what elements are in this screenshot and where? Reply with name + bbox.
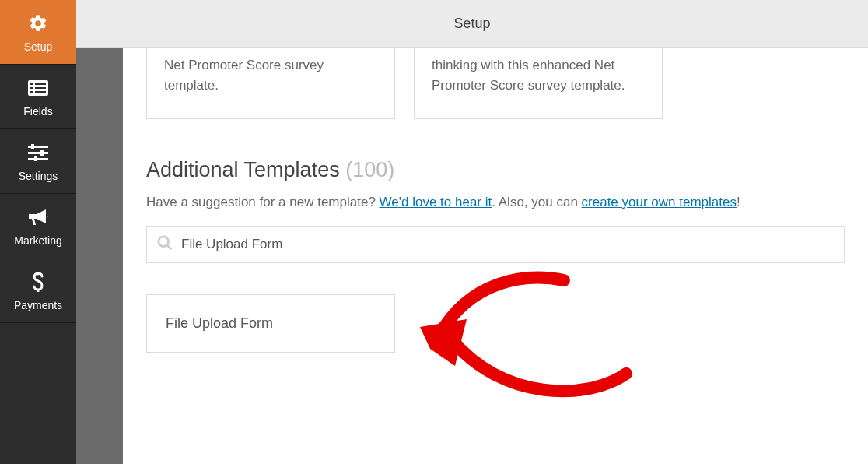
svg-rect-8 <box>28 152 48 154</box>
template-search-input[interactable] <box>181 237 835 252</box>
sidebar-item-settings[interactable]: Settings <box>0 129 76 194</box>
subtitle-mid: . Also, you can <box>492 195 581 209</box>
sidebar-item-label: Fields <box>23 105 52 118</box>
sidebar-item-label: Payments <box>14 299 62 311</box>
dollar-icon <box>27 271 49 293</box>
template-card-row: Net Promoter Score survey template. thin… <box>146 48 845 119</box>
svg-rect-1 <box>30 83 33 85</box>
suggestion-link[interactable]: We'd love to hear it <box>380 195 492 209</box>
search-icon <box>156 234 173 255</box>
svg-line-14 <box>167 244 172 249</box>
create-own-link[interactable]: create your own templates <box>582 195 737 209</box>
sidebar-item-label: Setup <box>24 40 53 53</box>
main-panel: Net Promoter Score survey template. thin… <box>123 48 868 464</box>
svg-rect-10 <box>31 144 34 149</box>
svg-rect-4 <box>35 87 46 89</box>
svg-rect-3 <box>30 87 33 89</box>
template-result-file-upload[interactable]: File Upload Form <box>146 294 395 353</box>
template-card-text: Net Promoter Score survey template. <box>164 58 324 93</box>
sliders-icon <box>27 142 49 163</box>
svg-rect-11 <box>40 150 44 156</box>
page-header: Setup <box>76 0 868 48</box>
subtitle-suffix: ! <box>737 195 740 209</box>
sidebar: Setup Fields Settings Marketing Payments <box>0 0 76 464</box>
page-title: Setup <box>453 16 490 32</box>
template-card-nps[interactable]: Net Promoter Score survey template. <box>146 48 395 119</box>
svg-rect-6 <box>35 91 46 93</box>
sidebar-item-setup[interactable]: Setup <box>0 0 76 65</box>
bullhorn-icon <box>27 206 49 228</box>
svg-rect-9 <box>28 158 48 160</box>
svg-point-13 <box>159 236 169 246</box>
template-card-nps-enhanced[interactable]: thinking with this enhanced Net Promoter… <box>414 48 663 119</box>
sidebar-item-payments[interactable]: Payments <box>0 258 76 323</box>
sidebar-item-label: Marketing <box>14 234 61 247</box>
subtitle-prefix: Have a suggestion for a new template? <box>146 195 380 209</box>
svg-rect-7 <box>28 146 48 148</box>
additional-templates-count: (100) <box>345 158 394 181</box>
sidebar-item-marketing[interactable]: Marketing <box>0 194 76 258</box>
additional-templates-heading: Additional Templates (100) <box>146 158 845 182</box>
sidebar-item-fields[interactable]: Fields <box>0 65 76 129</box>
template-search-wrap[interactable] <box>146 226 845 263</box>
list-icon <box>27 77 49 99</box>
sidebar-item-label: Settings <box>19 170 58 182</box>
svg-rect-5 <box>30 91 33 93</box>
additional-templates-subtitle: Have a suggestion for a new template? We… <box>146 195 845 210</box>
template-card-text: thinking with this enhanced Net Promoter… <box>432 58 625 93</box>
additional-templates-title: Additional Templates <box>146 158 340 181</box>
svg-rect-2 <box>35 83 46 85</box>
gear-icon <box>27 12 49 34</box>
svg-rect-12 <box>34 156 37 161</box>
template-result-title: File Upload Form <box>166 315 273 331</box>
